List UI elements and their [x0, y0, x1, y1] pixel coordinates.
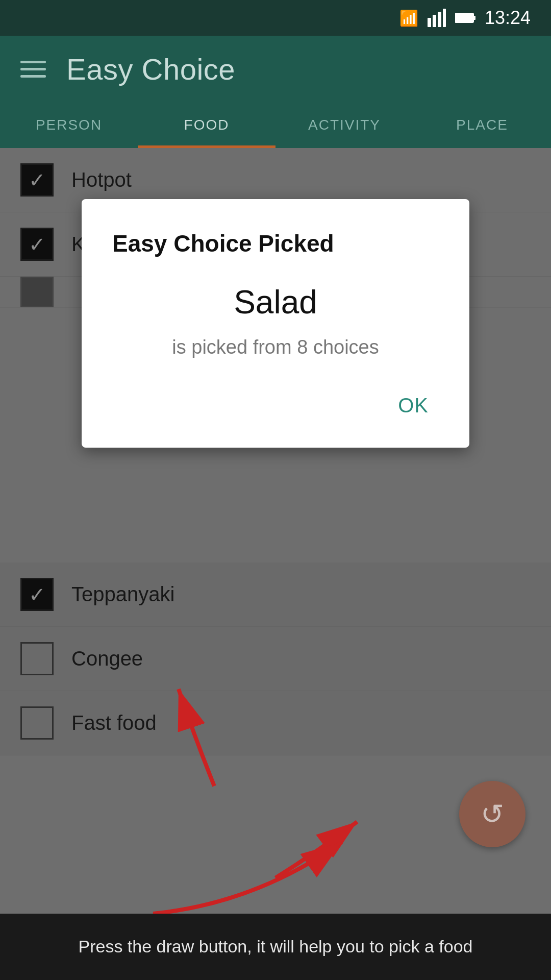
hamburger-menu[interactable] — [20, 61, 46, 78]
dialog-picked-value: Salad — [112, 283, 439, 321]
app-bar: Easy Choice — [0, 36, 551, 102]
signal-icon — [428, 9, 446, 27]
content-area: ✓ Hotpot ✓ Korean BBQ Easy Choice Picked… — [0, 148, 551, 960]
bottom-hint-text: Press the draw button, it will help you … — [79, 935, 473, 959]
svg-rect-3 — [443, 9, 446, 27]
tab-activity[interactable]: ACTIVITY — [276, 102, 413, 148]
svg-rect-2 — [438, 12, 441, 27]
dialog-overlay: Easy Choice Picked Salad is picked from … — [0, 148, 551, 960]
dialog: Easy Choice Picked Salad is picked from … — [82, 199, 469, 448]
battery-icon — [455, 12, 475, 23]
tab-place[interactable]: PLACE — [413, 102, 551, 148]
refresh-icon: ↺ — [481, 798, 504, 830]
wifi-icon: 📶 — [399, 9, 418, 27]
svg-rect-0 — [428, 18, 431, 27]
svg-rect-5 — [473, 16, 475, 20]
status-bar: 📶 13:24 — [0, 0, 551, 36]
dialog-title: Easy Choice Picked — [112, 230, 439, 258]
fab-draw-button[interactable]: ↺ — [459, 781, 525, 847]
svg-rect-1 — [433, 15, 436, 27]
status-icons: 📶 13:24 — [399, 7, 531, 29]
dialog-actions: OK — [112, 389, 439, 422]
dialog-subtitle: is picked from 8 choices — [112, 336, 439, 358]
status-time: 13:24 — [485, 7, 531, 29]
app-title: Easy Choice — [66, 52, 235, 86]
tabs-bar: PERSON FOOD ACTIVITY PLACE — [0, 102, 551, 148]
bottom-bar: Press the draw button, it will help you … — [0, 914, 551, 980]
tab-food[interactable]: FOOD — [138, 102, 276, 148]
dialog-ok-button[interactable]: OK — [388, 389, 439, 422]
svg-rect-4 — [455, 13, 473, 22]
tab-person[interactable]: PERSON — [0, 102, 138, 148]
